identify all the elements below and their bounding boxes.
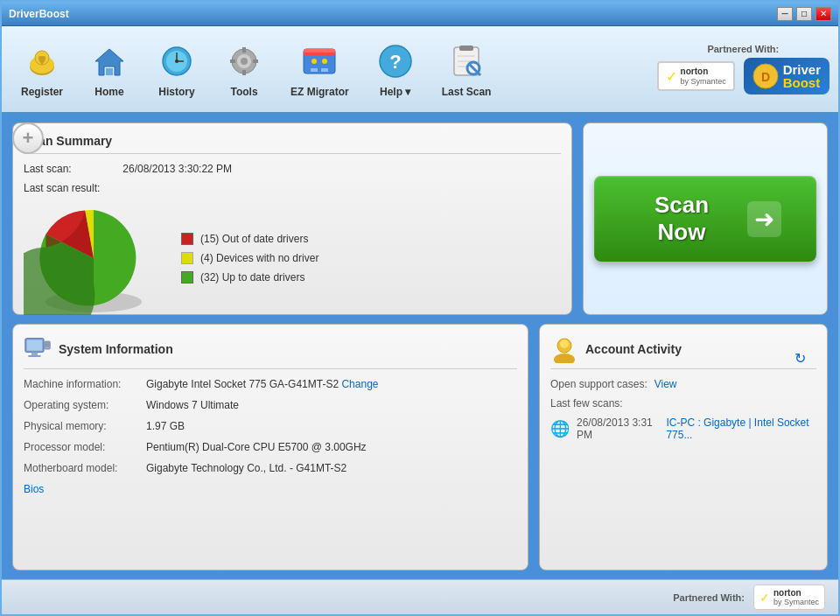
title-bar: DriverBoost ─ □ ✕	[2, 2, 838, 26]
svg-rect-3	[38, 56, 46, 60]
window-title: DriverBoost	[9, 8, 69, 20]
account-activity-panel: Account Activity ↻ Open support cases: V…	[539, 324, 828, 570]
scan-arrow-icon: ➜	[747, 201, 781, 237]
help-label: Help ▾	[380, 86, 410, 98]
footer-norton-subtext: by Symantec	[774, 598, 819, 606]
svg-rect-5	[106, 68, 113, 75]
machine-info-label: Machine information:	[24, 378, 146, 390]
svg-rect-39	[28, 355, 40, 357]
partner-label: Partnered With:	[707, 44, 779, 54]
svg-rect-23	[311, 68, 318, 72]
svg-rect-38	[32, 353, 38, 356]
footer-norton-check-icon: ✓	[760, 591, 770, 605]
ez-migrator-icon	[298, 40, 340, 82]
toolbar-items: Register Home	[10, 33, 657, 105]
driverboost-logo-icon: D	[752, 63, 779, 89]
svg-rect-16	[230, 60, 235, 63]
computer-icon	[24, 335, 52, 363]
legend-color-no-driver	[181, 252, 193, 264]
last-scan-result-label: Last scan result:	[24, 182, 120, 194]
register-label: Register	[21, 86, 63, 98]
motherboard-label: Motherboard model:	[24, 462, 146, 474]
last-scan-value: 26/08/2013 3:30:22 PM	[122, 163, 232, 175]
scan-entry-0: 🌐 26/08/2013 3:31 PM IC-PC : Gigabyte | …	[550, 416, 816, 441]
scan-summary-header: Scan Summary	[24, 134, 561, 154]
machine-info-row: Machine information: Gigabyte Intel Sock…	[24, 378, 517, 390]
refresh-icon[interactable]: ↻	[794, 350, 806, 367]
chart-legend: (15) Out of date drivers (4) Devices wit…	[181, 233, 318, 284]
scan-now-panel: Scan Now ➜	[583, 122, 828, 315]
minimize-button[interactable]: ─	[777, 7, 793, 21]
scan-result-row: Last scan result:	[24, 182, 561, 194]
svg-rect-28	[459, 46, 473, 51]
footer-norton-text: norton	[774, 588, 819, 598]
toolbar-item-home[interactable]: Home	[78, 33, 141, 105]
top-section: + Scan Summary Last scan: 26/08/2013 3:3…	[12, 122, 828, 315]
open-support-row: Open support cases: View	[550, 378, 816, 390]
last-scan-label: Last Scan	[442, 86, 492, 98]
os-label: Operating system:	[24, 399, 146, 411]
memory-label: Physical memory:	[24, 420, 146, 432]
toolbar-item-last-scan[interactable]: Last Scan	[431, 33, 502, 105]
close-button[interactable]: ✕	[816, 7, 831, 21]
svg-rect-14	[242, 47, 246, 52]
legend-color-out-of-date	[181, 233, 193, 245]
maximize-button[interactable]: □	[796, 7, 812, 21]
footer: Partnered With: ✓ norton by Symantec	[2, 579, 838, 614]
svg-rect-15	[242, 70, 246, 75]
last-few-scans-label-row: Last few scans:	[550, 397, 816, 410]
legend-item-out-of-date: (15) Out of date drivers	[181, 233, 318, 245]
window-controls: ─ □ ✕	[777, 7, 831, 21]
norton-check-icon: ✓	[666, 68, 677, 85]
home-icon	[88, 40, 130, 82]
help-icon: ?	[374, 40, 416, 82]
svg-text:?: ?	[389, 51, 401, 73]
toolbar-item-history[interactable]: History	[145, 33, 208, 105]
memory-value: 1.97 GB	[146, 420, 185, 432]
add-button[interactable]: +	[12, 122, 44, 154]
partner-logos: ✓ norton by Symantec D Driver Boost	[657, 58, 830, 94]
last-scan-icon	[445, 40, 487, 82]
toolbar-item-register[interactable]: Register	[10, 33, 74, 105]
ez-migrator-label: EZ Migrator	[290, 86, 349, 98]
last-scan-label-text: Last scan:	[24, 163, 120, 175]
svg-rect-40	[45, 341, 50, 349]
account-icon	[550, 335, 578, 363]
scan-now-text: Scan Now	[629, 192, 734, 246]
tools-label: Tools	[230, 86, 257, 98]
motherboard-value: Gigabyte Technology Co., Ltd. - G41MT-S2	[146, 462, 346, 474]
svg-rect-20	[304, 49, 335, 52]
os-value: Windows 7 Ultimate	[146, 399, 239, 411]
scan-last-scan-row: Last scan: 26/08/2013 3:30:22 PM	[24, 163, 561, 175]
driverboost-boost-text: Boost	[783, 76, 821, 89]
system-info-panel: System Information Machine information: …	[12, 324, 528, 570]
os-row: Operating system: Windows 7 Ultimate	[24, 399, 517, 411]
legend-label-no-driver: (4) Devices with no driver	[200, 252, 318, 264]
history-icon	[156, 40, 198, 82]
open-support-label: Open support cases:	[550, 378, 648, 390]
last-few-scans-label: Last few scans:	[550, 397, 623, 410]
scan-entry-time: 26/08/2013 3:31 PM	[577, 416, 659, 441]
toolbar-item-tools[interactable]: Tools	[213, 33, 276, 105]
toolbar: Register Home	[2, 26, 838, 114]
machine-info-change-link[interactable]: Change	[341, 378, 378, 390]
toolbar-item-help[interactable]: ? Help ▾	[364, 33, 427, 105]
processor-row: Processor model: Pentium(R) Dual-Core CP…	[24, 441, 517, 453]
memory-row: Physical memory: 1.97 GB	[24, 420, 517, 432]
svg-point-21	[312, 59, 317, 64]
scan-now-button[interactable]: Scan Now ➜	[594, 176, 816, 262]
footer-norton-badge: ✓ norton by Symantec	[753, 584, 825, 610]
scan-entry-link[interactable]: IC-PC : Gigabyte | Intel Socket 775...	[666, 416, 816, 441]
driverboost-text: Driver	[783, 63, 821, 76]
legend-item-no-driver: (4) Devices with no driver	[181, 252, 318, 264]
footer-partner-label: Partnered With:	[673, 592, 745, 603]
bios-link[interactable]: Bios	[24, 483, 44, 495]
motherboard-row: Motherboard model: Gigabyte Technology C…	[24, 462, 517, 474]
norton-subtext: by Symantec	[681, 77, 726, 86]
toolbar-item-ez-migrator[interactable]: EZ Migrator	[280, 33, 360, 105]
account-activity-header: Account Activity ↻	[550, 335, 816, 369]
view-link[interactable]: View	[654, 378, 677, 390]
register-icon	[21, 40, 63, 82]
processor-value: Pentium(R) Dual-Core CPU E5700 @ 3.00GHz	[146, 441, 367, 453]
norton-text: norton	[681, 66, 726, 77]
